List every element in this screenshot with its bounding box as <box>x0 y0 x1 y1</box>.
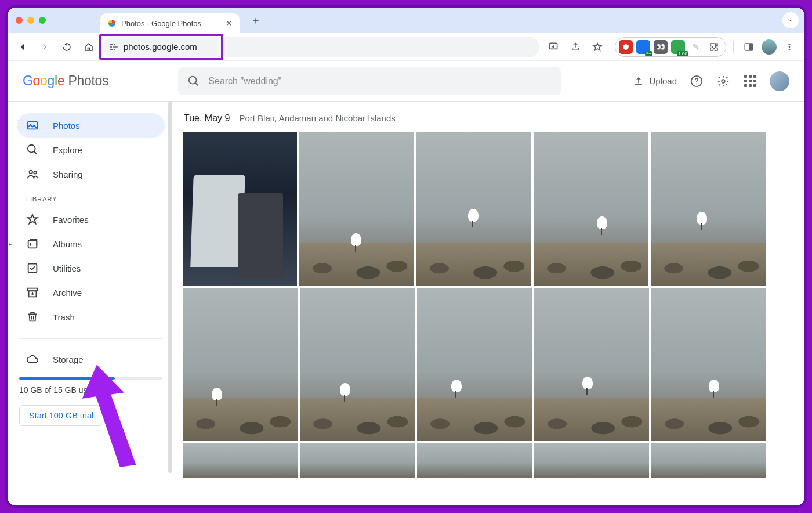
explore-icon <box>26 143 39 156</box>
photo-thumbnail[interactable] <box>183 288 298 441</box>
sidebar-item-archive[interactable]: Archive <box>17 280 165 305</box>
sidepanel-icon[interactable] <box>741 39 757 55</box>
svg-point-3 <box>110 46 112 48</box>
svg-point-5 <box>114 49 115 50</box>
photo-thumbnail[interactable] <box>300 288 415 441</box>
app-header: Google Photos Search "wedding" Upload <box>8 61 804 102</box>
sidebar-label: Favorites <box>53 215 89 225</box>
forward-button[interactable] <box>37 39 53 55</box>
start-trial-button[interactable]: Start 100 GB trial <box>19 405 103 426</box>
maximize-window-button[interactable] <box>39 17 46 24</box>
sidebar-label: Explore <box>53 145 82 155</box>
profile-avatar[interactable] <box>762 39 777 55</box>
photo-thumbnail[interactable] <box>651 132 766 286</box>
upload-button[interactable]: Upload <box>633 75 677 87</box>
share-icon[interactable] <box>567 39 583 55</box>
photo-row <box>183 288 799 441</box>
extension-badge: 9+ <box>645 51 652 56</box>
date-text: Tue, May 9 <box>184 113 230 124</box>
photo-thumbnail[interactable] <box>534 288 649 441</box>
extension-icon-3[interactable]: 👀 <box>654 40 668 54</box>
address-bar[interactable]: photos.google.com <box>103 37 539 57</box>
search-icon <box>187 75 200 88</box>
google-apps-icon[interactable] <box>743 74 757 88</box>
sidebar-item-sharing[interactable]: Sharing <box>17 162 165 186</box>
sharing-icon <box>26 168 39 180</box>
sidebar-item-storage[interactable]: Storage <box>17 348 165 370</box>
install-app-icon[interactable] <box>545 39 561 55</box>
svg-point-12 <box>189 76 197 84</box>
scrollbar[interactable] <box>168 102 172 473</box>
photo-thumbnail[interactable] <box>417 443 532 478</box>
svg-point-17 <box>28 145 35 153</box>
svg-rect-4 <box>110 49 113 50</box>
svg-point-14 <box>696 83 697 84</box>
sidebar-label: Archive <box>53 288 82 298</box>
logo-product-text: Photos <box>68 73 109 88</box>
photo-thumbnail[interactable] <box>183 443 298 478</box>
browser-tab[interactable]: Photos - Google Photos ✕ <box>100 13 240 33</box>
sidebar: Photos Explore Sharing LIBRARY Favorites… <box>8 102 172 505</box>
bookmark-star-icon[interactable] <box>589 39 606 55</box>
sidebar-item-photos[interactable]: Photos <box>17 113 165 138</box>
browser-tab-strip: Photos - Google Photos ✕ ＋ <box>8 8 804 33</box>
site-settings-icon[interactable] <box>108 42 119 52</box>
upload-icon <box>633 75 644 87</box>
svg-rect-21 <box>28 264 37 273</box>
sidebar-item-explore[interactable]: Explore <box>17 138 165 162</box>
url-text: photos.google.com <box>124 42 197 52</box>
google-photos-logo[interactable]: Google Photos <box>23 73 108 89</box>
reload-button[interactable] <box>59 39 75 55</box>
extensions-pill[interactable]: 9+ 👀 1.00 ✎ <box>615 37 726 57</box>
new-tab-button[interactable]: ＋ <box>248 12 264 28</box>
sidebar-label: Trash <box>53 312 75 322</box>
ublock-icon[interactable] <box>619 40 633 54</box>
settings-gear-icon[interactable] <box>716 74 730 88</box>
tab-close-icon[interactable]: ✕ <box>226 19 233 28</box>
sidebar-item-trash[interactable]: Trash <box>17 305 165 329</box>
sidebar-label: Utilities <box>53 263 81 273</box>
photo-thumbnail[interactable] <box>651 443 766 478</box>
svg-point-15 <box>722 80 725 83</box>
storage-progress-bar <box>19 377 162 380</box>
photo-thumbnail[interactable] <box>534 132 648 286</box>
sidebar-label: Albums <box>53 239 82 249</box>
browser-toolbar: photos.google.com 9+ 👀 1.00 ✎ <box>8 33 804 61</box>
date-header: Tue, May 9 Port Blair, Andaman and Nicob… <box>184 113 799 124</box>
photo-thumbnail[interactable] <box>416 132 531 286</box>
photos-icon <box>26 119 39 132</box>
extension-icon-4[interactable]: 1.00 <box>671 40 685 54</box>
extensions-puzzle-icon[interactable] <box>706 39 722 55</box>
extensions-area: 9+ 👀 1.00 ✎ <box>615 37 798 57</box>
albums-icon <box>26 237 39 250</box>
minimize-window-button[interactable] <box>27 17 34 24</box>
photo-thumbnail[interactable] <box>651 288 766 441</box>
photo-thumbnail[interactable] <box>183 132 297 286</box>
tabs-dropdown-button[interactable] <box>782 12 799 28</box>
photo-thumbnail[interactable] <box>300 443 415 478</box>
sidebar-label: Sharing <box>53 169 83 179</box>
expand-caret-icon[interactable]: ▸ <box>9 241 12 247</box>
sidebar-divider <box>19 338 162 339</box>
photo-thumbnail[interactable] <box>417 288 532 441</box>
sidebar-item-favorites[interactable]: Favorites <box>17 207 165 232</box>
account-avatar[interactable] <box>770 71 789 91</box>
sidebar-item-utilities[interactable]: Utilities <box>17 256 165 280</box>
sidebar-item-albums[interactable]: ▸ Albums <box>17 232 165 256</box>
svg-point-9 <box>789 44 791 45</box>
trash-icon <box>26 310 39 323</box>
extension-icon-5[interactable]: ✎ <box>688 40 702 54</box>
photo-thumbnail[interactable] <box>534 443 649 478</box>
search-input[interactable]: Search "wedding" <box>178 67 561 95</box>
help-icon[interactable] <box>690 74 704 88</box>
window-controls <box>16 17 46 24</box>
close-window-button[interactable] <box>16 17 23 24</box>
photo-thumbnail[interactable] <box>299 132 414 286</box>
home-button[interactable] <box>81 39 97 55</box>
svg-point-1 <box>114 44 115 45</box>
back-button[interactable] <box>14 39 31 55</box>
svg-point-11 <box>789 49 791 50</box>
extension-icon-2[interactable]: 9+ <box>636 40 650 54</box>
browser-menu-icon[interactable] <box>781 39 798 55</box>
photo-row <box>183 443 799 478</box>
